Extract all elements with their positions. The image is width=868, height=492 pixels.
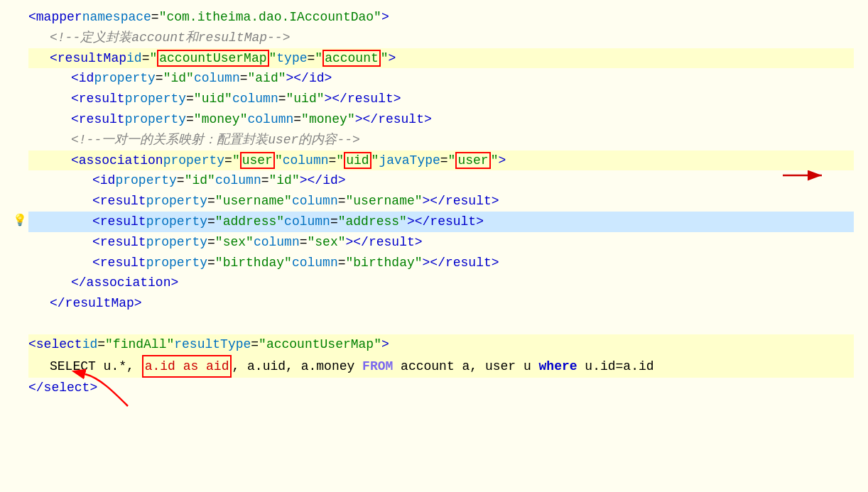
val-user-prop: user — [240, 152, 275, 169]
line-select-body: SELECT u.*, a.id as aid, a.uid, a.money … — [28, 355, 854, 378]
tag-angle: < — [28, 7, 36, 28]
code-editor: <mapper namespace="com.itheima.dao.IAcco… — [0, 0, 868, 492]
line-assoc-address: 💡 <result property="address" column="add… — [28, 212, 854, 232]
sql-highlight-aid: a.id as aid — [142, 355, 232, 378]
line-assoc-sex: <result property="sex" column="sex"></re… — [28, 232, 854, 253]
line-blank — [28, 314, 854, 334]
sql-select-kw: SELECT u.*, — [50, 356, 142, 377]
sql-from-kw: FROM — [362, 356, 393, 377]
line-resultmap-close: </resultMap> — [28, 293, 854, 314]
line-select-open: <select id="findAll" resultType="account… — [28, 334, 854, 355]
comment-onetoone: <!--一对一的关系映射：配置封装user的内容--> — [71, 130, 360, 151]
tag-association: association — [79, 151, 163, 171]
val-user-type: user — [455, 152, 490, 169]
val-accountusermap: accountUserMap — [157, 50, 268, 67]
line-comment-onetoone: <!--一对一的关系映射：配置封装user的内容--> — [28, 130, 854, 151]
val-namespace: "com.itheima.dao.IAccountDao" — [159, 7, 381, 28]
line-comment-define: <!--定义封装account和resultMap--> — [28, 28, 854, 48]
line-select-close: </select> — [28, 378, 854, 398]
line-id-aid: <id property="id" column="aid"></id> — [28, 68, 854, 89]
val-uid-col: uid — [344, 152, 371, 169]
tag-id: id — [79, 68, 94, 89]
line-association-open: <association property="user" column="uid… — [28, 151, 854, 171]
tag-mapper: mapper — [36, 7, 82, 28]
bulb-icon: 💡 — [13, 213, 27, 231]
line-result-money: <result property="money" column="money" … — [28, 109, 854, 130]
line-association-close: </association> — [28, 273, 854, 293]
comment-define: <!--定义封装account和resultMap--> — [50, 28, 290, 48]
val-account: account — [322, 50, 381, 67]
attr-type: type — [276, 48, 307, 69]
line-assoc-birthday: <result property="birthday" column="birt… — [28, 253, 854, 273]
line-result-uid: <result property="uid" column="uid" ></r… — [28, 89, 854, 109]
line-assoc-id: <id property="id" column="id"></id> — [28, 170, 854, 191]
tag-resultmap: resultMap — [58, 48, 126, 69]
sql-where-kw: where — [539, 356, 577, 377]
line-resultmap-open: <resultMap id="accountUserMap" type="acc… — [28, 48, 854, 69]
line-mapper-open: <mapper namespace="com.itheima.dao.IAcco… — [28, 7, 854, 28]
attr-id: id — [126, 48, 142, 69]
attr-namespace: namespace — [82, 7, 151, 28]
tag-select: select — [36, 334, 82, 355]
line-assoc-username: <result property="username" column="user… — [28, 191, 854, 212]
